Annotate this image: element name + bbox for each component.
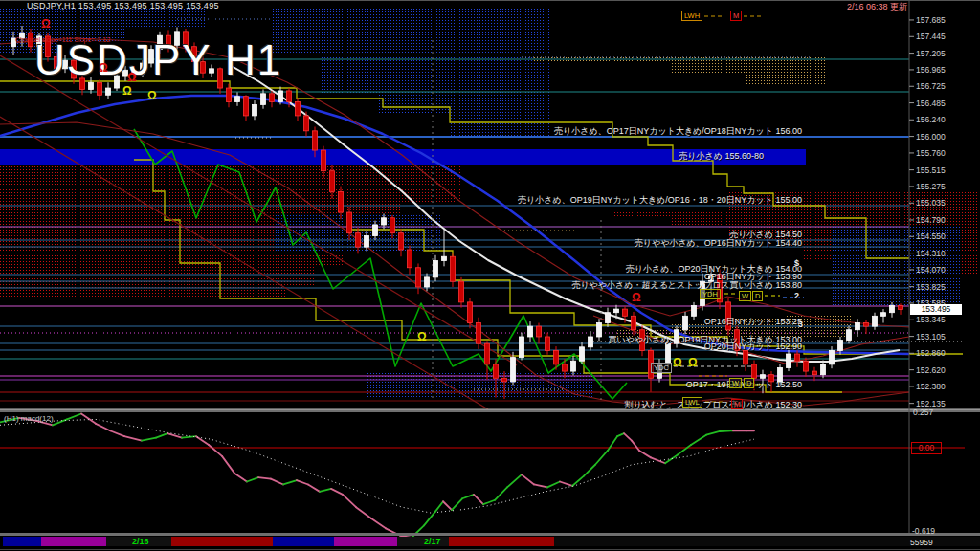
marker-badge-d[interactable]: D (752, 291, 763, 301)
macd-line-segment (222, 456, 234, 474)
macd-line-segment (412, 525, 424, 538)
omega-signal-icon: Ω (417, 332, 427, 342)
macd-line-segment (356, 507, 371, 518)
marker-badge-w[interactable]: W (739, 291, 751, 301)
session-timeline-bar[interactable] (3, 537, 980, 546)
session-date-label: 2/17 (424, 537, 441, 546)
update-timestamp: 2/16 06:38 更新 (847, 1, 907, 13)
axis-price-label: 152.620 (916, 365, 946, 375)
candle-body (623, 309, 628, 316)
watermark-symbol-title: USDJPY H1 (34, 36, 282, 84)
macd-line-segment (474, 495, 483, 504)
macd-panel (0, 413, 965, 537)
candle-body (804, 361, 809, 371)
macd-line-segment (96, 424, 110, 430)
candle-body (477, 323, 481, 344)
macd-line-segment (247, 477, 258, 481)
macd-line-segment (371, 518, 386, 528)
price-annotation: 売り小さめ、OP17日NYカット大きめ/OP18日NYカット 156.00 (554, 125, 802, 138)
wave-count-mark: 3 (798, 320, 803, 329)
session-segment (3, 537, 41, 546)
macd-line-segment (124, 436, 142, 440)
axis-price-label: 152.380 (916, 382, 946, 391)
axis-price-label: 156.965 (916, 65, 946, 75)
price-annotation: 割り込むと、ストップロス売り小さめ 152.30 (624, 399, 802, 411)
macd-scale-max: 0.257 (913, 408, 933, 417)
macd-line-segment (110, 430, 124, 436)
candle-body (528, 326, 533, 337)
price-annotation: OP16日NYカット 153.25 (704, 316, 802, 328)
macd-line-segment (53, 419, 67, 425)
current-price-box: 153.495 (910, 304, 962, 315)
macd-line-segment (435, 501, 443, 511)
axis-price-label: 155.275 (916, 182, 946, 191)
candle-body (244, 97, 249, 116)
candle-body (98, 82, 102, 95)
macd-zero-box: 0.00 (911, 442, 942, 454)
candle-body (873, 316, 878, 326)
candle-body (606, 313, 611, 323)
macd-indicator-label: (H1) macd(12) (4, 414, 54, 423)
candle-body (666, 343, 671, 364)
axis-price-label: 157.205 (916, 49, 946, 58)
candle-body (408, 250, 412, 268)
candle-body (390, 218, 395, 233)
candle-body (313, 131, 318, 150)
session-segment (449, 537, 554, 546)
candle-body (614, 309, 619, 313)
price-annotation: OP20日NYカット 152.90 (704, 341, 802, 353)
axis-price-label: 154.310 (916, 249, 946, 258)
marker-badge-ydc[interactable]: YDC (651, 363, 672, 373)
candle-body (235, 97, 240, 102)
macd-line-segment (297, 480, 308, 484)
macd-line-segment (651, 457, 665, 463)
marker-badge-lwh[interactable]: LWH (681, 11, 702, 21)
candle-body (434, 261, 438, 277)
axis-price-label: 157.685 (916, 15, 946, 25)
axis-price-label: 153.825 (916, 282, 946, 292)
marker-badge-lwl[interactable]: LWL (682, 397, 702, 408)
omega-signal-icon: Ω (632, 293, 641, 302)
candle-body (373, 225, 378, 236)
marker-badge-m[interactable]: M (731, 399, 743, 409)
candle-body (494, 364, 499, 378)
omega-signal-icon: Ω (41, 19, 51, 29)
macd-line-segment (308, 484, 320, 491)
marker-badge-ydh[interactable]: YDH (700, 289, 721, 299)
macd-signal-line (0, 419, 754, 513)
volume-readout: 55959 (910, 538, 933, 547)
macd-line-segment (258, 477, 271, 478)
wave-count-mark: 2 (794, 291, 799, 300)
candle-body (399, 233, 404, 250)
macd-line-segment (331, 489, 343, 495)
marker-badge-d[interactable]: D (744, 378, 754, 388)
candle-body (554, 350, 559, 364)
candle-body (864, 323, 869, 327)
candle-body (761, 375, 766, 379)
axis-price-label: 154.790 (916, 215, 946, 225)
candle-body (881, 313, 886, 317)
candle-body (847, 330, 852, 341)
candle-body (899, 305, 903, 309)
macd-line-segment (343, 495, 356, 507)
candle-body (451, 256, 456, 281)
macd-line-segment (706, 431, 720, 435)
candle-body (459, 281, 464, 302)
candle-body (546, 337, 550, 350)
macd-line-segment (691, 435, 706, 445)
macd-line-segment (271, 479, 283, 485)
candle-body (580, 347, 585, 361)
candle-body (227, 88, 232, 101)
macd-line-segment (142, 438, 156, 441)
marker-badge-m[interactable]: M (730, 11, 742, 21)
macd-line-segment (617, 433, 624, 436)
candle-body (520, 337, 524, 358)
candle-body (442, 256, 447, 260)
candle-body (813, 371, 817, 375)
macd-line-segment (595, 451, 608, 465)
omega-signal-icon: Ω (127, 73, 137, 82)
macd-line-segment (156, 433, 167, 437)
marker-badge-w[interactable]: W (729, 378, 742, 388)
price-annotation: 売り小さめ 155.60-80 (679, 150, 764, 163)
axis-price-label: 156.485 (916, 99, 946, 108)
